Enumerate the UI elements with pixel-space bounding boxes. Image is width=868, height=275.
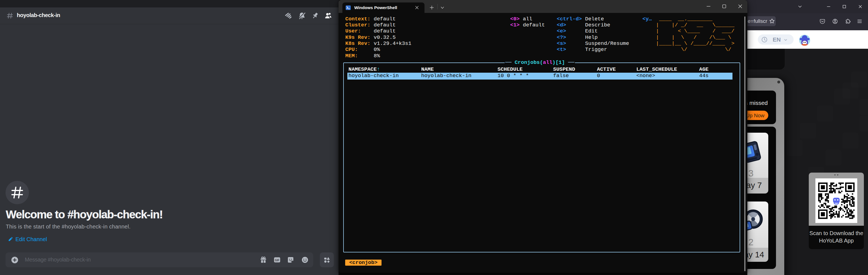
svg-text:GIF: GIF (275, 259, 280, 262)
